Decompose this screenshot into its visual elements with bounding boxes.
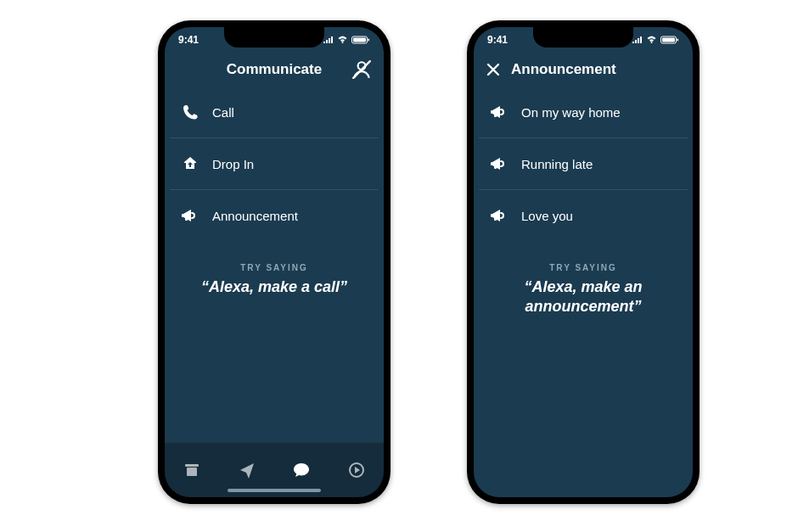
header: Announcement [474,46,693,85]
try-saying-phrase: “Alexa, make a call” [165,277,384,297]
header: Communicate [165,46,384,85]
nav-play[interactable] [347,461,366,479]
page-title: Announcement [511,61,616,78]
nav-send[interactable] [238,461,256,479]
wifi-icon [337,36,348,44]
phone-frame: 9:41 Announcement On my way home Running… [467,20,700,504]
signal-icon [632,36,643,44]
try-saying-label: TRY SAYING [165,263,384,272]
close-button[interactable] [486,62,501,77]
phone-frame: 9:41 Communicate Call Drop In [158,20,391,504]
battery-icon [660,36,679,44]
notch [533,27,633,48]
menu-item-dropin[interactable]: Drop In [170,138,379,190]
megaphone-icon [489,205,509,226]
announce-item-way-home[interactable]: On my way home [479,87,688,138]
nav-home[interactable] [183,461,201,479]
status-time: 9:41 [178,34,199,46]
signal-icon [323,36,334,44]
screen: 9:41 Announcement On my way home Running… [474,27,693,497]
menu-item-label: Announcement [212,209,298,223]
megaphone-icon [489,102,509,122]
menu-item-call[interactable]: Call [170,87,379,138]
megaphone-icon [180,205,200,226]
menu-item-label: Call [212,105,234,120]
try-saying: TRY SAYING “Alexa, make a call” [165,263,384,297]
status-right [632,36,679,44]
home-indicator [228,489,321,492]
megaphone-icon [489,154,509,174]
status-time: 9:41 [487,34,508,46]
bottom-nav [165,442,384,497]
menu-item-announcement[interactable]: Announcement [170,190,379,241]
try-saying: TRY SAYING “Alexa, make an announcement” [474,263,693,317]
announce-item-running-late[interactable]: Running late [479,138,688,190]
screen: 9:41 Communicate Call Drop In [165,27,384,497]
do-not-disturb-icon[interactable] [351,59,372,80]
wifi-icon [646,36,657,44]
try-saying-phrase: “Alexa, make an announcement” [474,277,693,317]
page-title: Communicate [227,61,322,78]
announce-item-label: Love you [521,209,573,223]
try-saying-label: TRY SAYING [474,263,693,272]
notch [224,27,324,48]
announce-item-label: On my way home [521,105,621,120]
announcement-list: On my way home Running late Love you [474,85,693,241]
announce-item-love-you[interactable]: Love you [479,190,688,241]
battery-icon [351,36,370,44]
menu-item-label: Drop In [212,157,254,171]
status-right [323,36,370,44]
phone-icon [180,102,200,122]
nav-communicate[interactable] [292,461,311,479]
menu-list: Call Drop In Announcement [165,85,384,241]
announce-item-label: Running late [521,157,593,171]
dropin-icon [180,154,200,174]
